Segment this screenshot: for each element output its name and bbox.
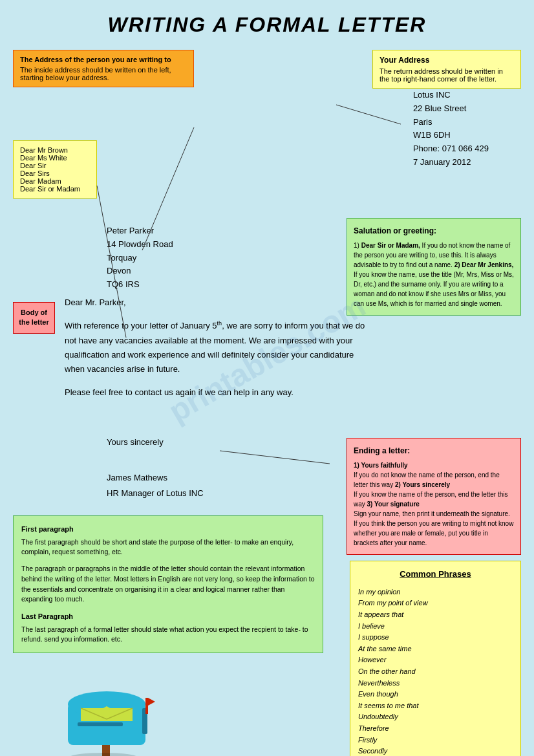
recipient-postcode: TQ6 IRS (107, 278, 173, 292)
svg-rect-3 (78, 722, 123, 726)
ending-box-content: 1) Yours faithfully If you do not know t… (354, 460, 514, 548)
svg-rect-5 (145, 698, 148, 714)
signature-name: James Mathews (107, 470, 204, 486)
salutation-item-1: Dear Mr Brown (20, 146, 90, 154)
letter-salutation: Dear Mr. Parker, (65, 296, 368, 310)
sender-company: Lotus INC (413, 89, 489, 102)
salutation-box-title: Salutation or greeting: (354, 225, 514, 237)
recipient-street: 14 Plowden Road (107, 238, 173, 252)
inside-address-box: The Address of the person you are writin… (13, 50, 194, 87)
phrase-9: Nevertheless (358, 678, 513, 689)
phrase-4: I believe (358, 621, 513, 632)
sender-phone: Phone: 071 066 429 (413, 142, 489, 156)
common-phrases-box: Common Phrases In my opinion From my poi… (350, 561, 521, 756)
svg-line-13 (336, 105, 401, 124)
svg-point-11 (68, 753, 139, 756)
sender-address: Lotus INC 22 Blue Street Paris W1B 6DH P… (413, 89, 489, 169)
phrase-5: I suppose (358, 632, 513, 643)
salutation-item-6: Dear Sir or Madam (20, 185, 90, 193)
body-label-box: Body ofthe letter (13, 302, 55, 334)
inside-address-title: The Address of the person you are writin… (20, 56, 187, 63)
common-phrases-title: Common Phrases (358, 568, 513, 581)
signature-title: HR Manager of Lotus INC (107, 486, 204, 502)
phrase-7: However (358, 654, 513, 666)
ending-box-title: Ending a letter: (354, 445, 514, 457)
middle-paragraph-text: The paragraph or paragraphs in the middl… (21, 564, 315, 605)
mailbox-area (45, 658, 175, 756)
phrase-3: It appears that (358, 609, 513, 621)
phrase-2: From my point of view (358, 598, 513, 609)
last-paragraph-text: The last paragraph of a formal letter sh… (21, 625, 315, 645)
letter-paragraph1: With reference to your letter of January… (65, 319, 368, 376)
your-address-text: The return address should be written in … (379, 67, 514, 83)
sender-date: 7 January 2012 (413, 156, 489, 169)
phrase-13: Therefore (358, 723, 513, 735)
salutation-item-4: Dear Sirs (20, 169, 90, 177)
salutation-list-box: Dear Mr Brown Dear Ms White Dear Sir Dea… (13, 140, 97, 199)
sender-postcode: W1B 6DH (413, 129, 489, 142)
recipient-name: Peter Parker (107, 224, 173, 238)
paragraph-notes: First paragraph The first paragraph shou… (13, 515, 323, 653)
last-paragraph-title: Last Paragraph (21, 611, 315, 622)
closing-sig: Yours sincerely James Mathews HR Manager… (107, 435, 204, 502)
recipient-county: Devon (107, 265, 173, 278)
phrase-15: Secondly (358, 746, 513, 756)
recipient-address: Peter Parker 14 Plowden Road Torquay Dev… (107, 224, 173, 292)
salutation-item-3: Dear Sir (20, 162, 90, 169)
salutation-item-5: Dear Madam (20, 177, 90, 185)
closing-text: Yours sincerely (107, 435, 204, 451)
letter-body: Dear Mr. Parker, With reference to your … (65, 296, 368, 400)
phrase-14: Firstly (358, 735, 513, 746)
recipient-city: Torquay (107, 252, 173, 265)
salutation-box: Salutation or greeting: 1) Dear Sir or M… (347, 218, 521, 316)
sender-street: 22 Blue Street (413, 102, 489, 116)
phrase-11: It seems to me that (358, 700, 513, 712)
your-address-title: Your Address (379, 56, 514, 65)
phrase-6: At the same time (358, 643, 513, 655)
phrase-10: Even though (358, 689, 513, 700)
phrase-8: On the other hand (358, 666, 513, 678)
letter-paragraph2: Please feel free to contact us again if … (65, 385, 368, 400)
svg-line-15 (220, 451, 330, 464)
your-address-box: Your Address The return address should b… (372, 50, 521, 89)
phrase-12: Undoubtedly (358, 711, 513, 723)
mailbox-illustration (45, 658, 175, 756)
page-title: WRITING A FORMAL LETTER (13, 13, 521, 37)
salutation-box-text: 1) Dear Sir or Madam, If you do not know… (354, 241, 514, 308)
body-label-text: Body ofthe letter (19, 308, 48, 326)
first-paragraph-text: The first paragraph should be short and … (21, 537, 315, 558)
inside-address-text: The inside address should be written on … (20, 66, 187, 81)
salutation-item-2: Dear Ms White (20, 154, 90, 162)
svg-marker-6 (148, 698, 155, 706)
sender-city: Paris (413, 116, 489, 129)
first-paragraph-title: First paragraph (21, 524, 315, 535)
ending-box: Ending a letter: 1) Yours faithfully If … (347, 438, 521, 555)
phrase-1: In my opinion (358, 587, 513, 598)
